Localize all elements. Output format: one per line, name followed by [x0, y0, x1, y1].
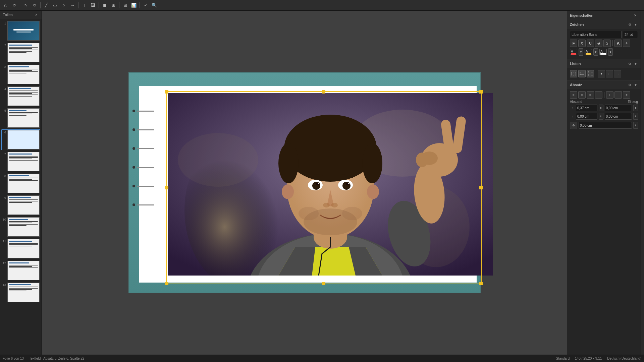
zeichen-expand-btn[interactable]: ▼ [633, 22, 638, 27]
slide-thumb-4[interactable]: 4 [1, 86, 40, 107]
slide-thumb-12[interactable]: 12 [1, 260, 40, 281]
indent-left-input[interactable] [605, 105, 632, 111]
listen-expand-btn[interactable]: ▼ [633, 61, 638, 66]
first-indent-icon[interactable]: ⊙ [570, 122, 577, 129]
spacing-above-input[interactable] [576, 105, 597, 111]
properties-panel-close-btn[interactable]: × [633, 13, 638, 18]
bullet-text-5 [137, 186, 154, 187]
format-sep-1 [612, 40, 613, 46]
shadow-btn[interactable]: S [603, 40, 611, 47]
toolbar-btn-select[interactable]: ↖ [22, 1, 30, 9]
zeichen-section-header[interactable]: Zeichen ⚙ ▼ [567, 20, 641, 29]
toolbar-btn-zoom[interactable]: 🔍 [150, 1, 158, 9]
color-row: A ▼ A ▼ A ▼ [570, 48, 638, 56]
bg-color-dropdown-btn[interactable]: ▼ [608, 48, 613, 56]
zeichen-settings-btn[interactable]: ⚙ [627, 22, 632, 27]
toolbar-btn-arrange[interactable]: ⊞ [109, 1, 117, 9]
list-indent-btns: ← → [606, 70, 621, 77]
right-scrollbar[interactable] [641, 11, 644, 355]
slide-num-2: 2 [2, 43, 6, 47]
indent-left-spinner[interactable]: ⬍ [633, 105, 638, 111]
slide-img-11 [7, 239, 40, 258]
italic-btn[interactable]: K [578, 40, 586, 47]
first-indent-input[interactable] [579, 122, 632, 129]
align-center-btn[interactable]: ≡ [578, 91, 586, 99]
properties-panel-empty [567, 132, 641, 355]
statusbar: Folie 6 von 13 Textfeld · Absatz 6, Zeil… [0, 355, 644, 362]
slide-thumb-8[interactable]: 8 [1, 173, 40, 194]
align-left-btn[interactable]: ≡ [570, 91, 577, 99]
font-color-dropdown-btn[interactable]: ▼ [579, 48, 583, 56]
slide-thumb-10[interactable]: 10 [1, 217, 40, 237]
absatz-section-header[interactable]: Absatz ⚙ ▼ [567, 80, 641, 89]
toolbar-btn-line[interactable]: ╱ [42, 1, 50, 9]
slides-list[interactable]: 1 2 [0, 19, 42, 355]
toolbar-btn-text[interactable]: T [80, 1, 88, 9]
slide-thumb-6[interactable]: 6 [1, 129, 40, 150]
size-up-btn[interactable]: A [614, 40, 622, 47]
bullet-text-2 [137, 129, 154, 130]
toolbar-btn-table[interactable]: ⊞ [121, 1, 129, 9]
slide-thumb-9[interactable]: 9 [1, 195, 40, 216]
slide-video[interactable] [168, 93, 493, 276]
handle-bottomright[interactable] [479, 282, 483, 285]
first-indent-spinner[interactable]: ⬍ [633, 122, 638, 129]
svg-point-18 [367, 184, 379, 199]
spacing-below-spinner[interactable]: ⬍ [599, 113, 603, 120]
language-info: Deutsch (Deutschland) [607, 357, 641, 360]
toolbar-btn-undo[interactable]: ⎌ [1, 1, 9, 9]
zeichen-section-body: F K U S S A A A ▼ A [567, 29, 641, 59]
indent-right-input[interactable] [605, 113, 632, 120]
indent-right-spinner[interactable]: ⬍ [633, 113, 638, 120]
list-bullet-btn[interactable] [578, 70, 586, 77]
spacing-above-spinner[interactable]: ⬍ [599, 105, 603, 111]
bold-btn[interactable]: F [570, 40, 577, 47]
slide-thumb-3[interactable]: 3 [1, 64, 40, 85]
size-down-btn[interactable]: A [623, 40, 630, 47]
para-spacing-btn[interactable]: ≡ [623, 91, 630, 99]
font-size-input[interactable] [623, 31, 638, 38]
absatz-expand-btn[interactable]: ▼ [633, 82, 638, 87]
slide-thumb-5[interactable]: 5 [1, 108, 40, 128]
toolbar-btn-fill[interactable]: ◼ [101, 1, 109, 9]
toolbar-btn-arrow[interactable]: → [68, 1, 76, 9]
strikethrough-btn[interactable]: S [595, 40, 602, 47]
slide-num-6: 6 [2, 130, 6, 134]
toolbar-btn-chart[interactable]: 📊 [130, 1, 138, 9]
list-indent-increase-btn[interactable]: → [614, 70, 621, 77]
toolbar-btn-rotate[interactable]: ↻ [31, 1, 39, 9]
font-name-input[interactable] [570, 31, 622, 38]
listen-section-header[interactable]: Listen ⚙ ▼ [567, 59, 641, 68]
para-add-btn[interactable]: + [606, 91, 613, 99]
slide-thumb-7[interactable]: 7 [1, 151, 40, 172]
toolbar-btn-rect[interactable]: ▭ [51, 1, 59, 9]
toolbar-btn-spell[interactable]: ✓ [142, 1, 150, 9]
listen-settings-btn[interactable]: ⚙ [627, 61, 632, 66]
slide-thumb-11[interactable]: 11 [1, 238, 40, 259]
list-style-dropdown-btn[interactable]: ▼ [598, 70, 605, 77]
toolbar-btn-image[interactable]: 🖼 [89, 1, 97, 9]
para-remove-btn[interactable]: − [614, 91, 622, 99]
absatz-settings-btn[interactable]: ⚙ [627, 82, 632, 87]
slide-thumb-1[interactable]: 1 [1, 20, 40, 41]
toolbar-btn-redo[interactable]: ↺ [10, 1, 18, 9]
slide-img-10 [7, 217, 40, 237]
underline-btn[interactable]: U [587, 40, 594, 47]
svg-point-15 [278, 143, 299, 183]
highlight-color-dropdown-btn[interactable]: ▼ [593, 48, 598, 56]
list-none-btn[interactable] [570, 70, 577, 77]
slide-thumb-2[interactable]: 2 [1, 42, 40, 63]
list-number-btn[interactable]: 1. 2. [587, 70, 594, 77]
align-justify-btn[interactable]: ☰ [595, 91, 602, 99]
align-right-btn[interactable]: ≡ [587, 91, 594, 99]
canvas-area[interactable] [42, 11, 567, 355]
bullet-1 [132, 110, 166, 112]
toolbar-btn-ellipse[interactable]: ○ [60, 1, 68, 9]
slides-panel-close-btn[interactable]: × [34, 12, 39, 17]
spacing-below-input[interactable] [576, 113, 597, 120]
highlight-color-swatch[interactable]: A [585, 49, 592, 55]
list-indent-decrease-btn[interactable]: ← [606, 70, 613, 77]
font-color-swatch[interactable]: A [570, 49, 577, 55]
bg-color-swatch[interactable]: A [599, 49, 607, 55]
slide-thumb-13[interactable]: 13 [1, 282, 40, 303]
